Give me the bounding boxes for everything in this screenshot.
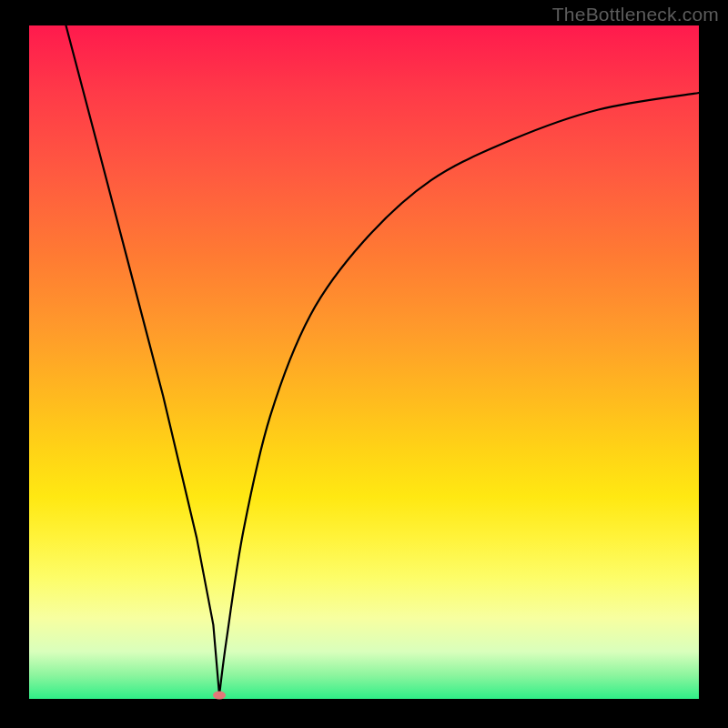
chart-frame: TheBottleneck.com (0, 0, 728, 728)
optimum-marker (213, 691, 226, 699)
bottleneck-curve (29, 25, 699, 699)
plot-area (29, 25, 699, 699)
watermark-text: TheBottleneck.com (552, 4, 719, 25)
